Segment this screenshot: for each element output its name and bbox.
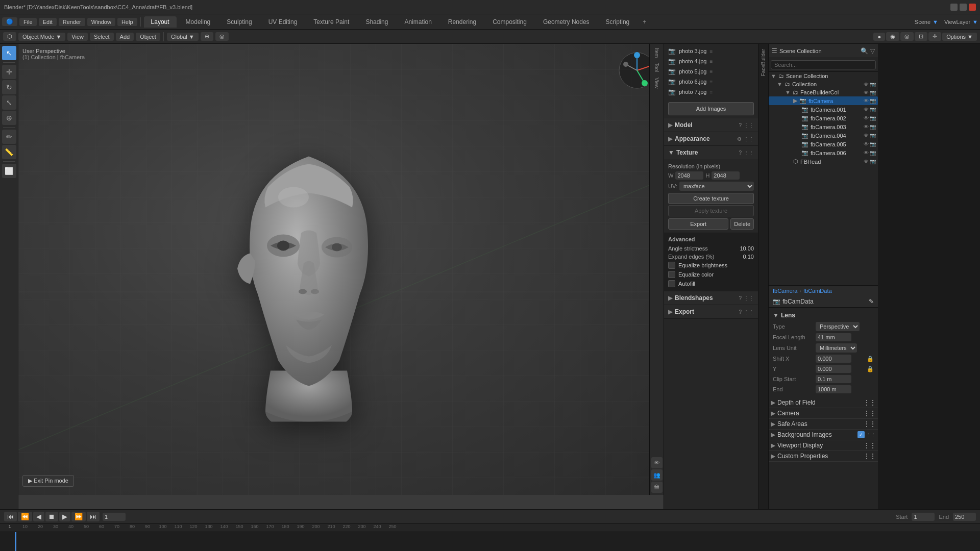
minimize-button[interactable] bbox=[950, 4, 958, 11]
fbcamera004-render[interactable]: 📷 bbox=[870, 133, 876, 138]
camera-item-photo5[interactable]: 📷 photo 5.jpg ≡ bbox=[664, 66, 758, 77]
camera-section-menu[interactable]: ⋮⋮ bbox=[864, 410, 876, 417]
safe-areas-section[interactable]: ▶ Safe Areas ⋮⋮ bbox=[769, 419, 878, 430]
close-button[interactable] bbox=[969, 4, 976, 11]
viewport-icon[interactable]: ⬡ bbox=[3, 32, 16, 41]
proportional-edit[interactable]: ◎ bbox=[215, 32, 229, 41]
end-frame-input[interactable] bbox=[953, 513, 976, 521]
object-menu[interactable]: Object bbox=[136, 33, 160, 41]
tree-fbcamera005[interactable]: 📷 fbCamera.005 👁 📷 bbox=[769, 140, 878, 148]
fbcamera002-vis[interactable]: 👁 bbox=[864, 115, 869, 121]
apply-texture-button[interactable]: Apply texture bbox=[668, 205, 754, 216]
uv-dropdown[interactable]: maxface bbox=[679, 182, 754, 191]
tab-uv-editing[interactable]: UV Editing bbox=[261, 16, 305, 28]
tree-fbcamera006[interactable]: 📷 fbCamera.006 👁 📷 bbox=[769, 148, 878, 157]
facebuildercol-vis-icon[interactable]: 👁 bbox=[864, 90, 869, 95]
outliner-filter-icon[interactable]: 🔍 bbox=[861, 47, 868, 55]
facebuildercol-arrow[interactable]: ▼ bbox=[785, 89, 791, 95]
tree-fbhead[interactable]: ⬡ FBHead 👁 📷 bbox=[769, 157, 878, 166]
shift-x-lock[interactable]: 🔒 bbox=[867, 356, 874, 362]
delete-button[interactable]: Delete bbox=[730, 218, 754, 230]
depth-of-field-section[interactable]: ▶ Depth of Field ⋮⋮ bbox=[769, 397, 878, 408]
tool-rotate[interactable]: ↻ bbox=[2, 80, 16, 94]
vp-display-menu[interactable]: ⋮⋮ bbox=[864, 442, 876, 449]
camera-section[interactable]: ▶ Camera ⋮⋮ bbox=[769, 408, 878, 419]
scene-collection-arrow[interactable]: ▼ bbox=[771, 73, 776, 79]
tab-shading[interactable]: Shading bbox=[358, 16, 395, 28]
view-icon-1[interactable]: 👁 bbox=[651, 457, 663, 468]
fbcamera005-render[interactable]: 📷 bbox=[870, 141, 876, 147]
tool-move[interactable]: ✛ bbox=[2, 65, 16, 79]
fbcamera006-render[interactable]: 📷 bbox=[870, 150, 876, 156]
tree-fbcamera001[interactable]: 📷 fbCamera.001 👁 📷 bbox=[769, 105, 878, 114]
viewport-shading-solid[interactable]: ● bbox=[873, 33, 885, 41]
view-icon-3[interactable]: 🏛 bbox=[651, 482, 663, 493]
camera-item-photo6[interactable]: 📷 photo 6.jpg ≡ bbox=[664, 77, 758, 87]
create-texture-button[interactable]: Create texture bbox=[668, 193, 754, 204]
collection-render-icon[interactable]: 📷 bbox=[870, 82, 876, 87]
play-reverse-button[interactable]: ◀ bbox=[33, 512, 44, 521]
viewport-options[interactable]: Options ▼ bbox=[942, 33, 977, 41]
play-pause-button[interactable]: ⏹ bbox=[45, 512, 58, 521]
dof-menu-icon[interactable]: ⋮⋮ bbox=[864, 399, 876, 406]
tree-collection[interactable]: ▼ 🗂 Collection 👁 📷 bbox=[769, 80, 878, 88]
collection-arrow[interactable]: ▼ bbox=[777, 81, 782, 87]
appearance-section-header[interactable]: ▶ Appearance ⚙ ⋮⋮ bbox=[664, 132, 758, 145]
fbcamera-arrow[interactable]: ▶ bbox=[793, 97, 797, 104]
export-button[interactable]: Export bbox=[668, 218, 728, 230]
tab-sculpting[interactable]: Sculpting bbox=[219, 16, 259, 28]
tab-rendering[interactable]: Rendering bbox=[441, 16, 483, 28]
model-help-icon[interactable]: ? bbox=[739, 122, 742, 128]
current-frame-input[interactable] bbox=[103, 513, 126, 521]
play-button[interactable]: ▶ bbox=[59, 512, 70, 521]
fbhead-vis[interactable]: 👁 bbox=[864, 159, 869, 164]
fbcamera001-render[interactable]: 📷 bbox=[870, 107, 876, 112]
snap-button[interactable]: ⊕ bbox=[201, 32, 213, 41]
bg-images-menu[interactable]: ⋮⋮ bbox=[866, 432, 876, 438]
fbcamera004-vis[interactable]: 👁 bbox=[864, 133, 869, 138]
width-input[interactable] bbox=[675, 171, 703, 180]
fbcamera003-render[interactable]: 📷 bbox=[870, 124, 876, 130]
camera-menu-photo5[interactable]: ≡ bbox=[709, 69, 713, 74]
model-section-header[interactable]: ▶ Model ? ⋮⋮ bbox=[664, 118, 758, 132]
tab-geometry-nodes[interactable]: Geometry Nodes bbox=[536, 16, 597, 28]
tool-add-cube[interactable]: ⬜ bbox=[2, 164, 16, 178]
lens-section-header[interactable]: ▼ Lens bbox=[773, 311, 874, 321]
fbcamera002-render[interactable]: 📷 bbox=[870, 115, 876, 121]
menu-edit[interactable]: Edit bbox=[39, 18, 57, 26]
export-section-header[interactable]: ▶ Export ? ⋮⋮ bbox=[664, 305, 758, 318]
tool-label[interactable]: Tool bbox=[654, 61, 659, 74]
item-label[interactable]: Item bbox=[654, 46, 659, 60]
camera-item-photo3[interactable]: 📷 photo 3.jpg ≡ bbox=[664, 46, 758, 56]
viewport-shading-material[interactable]: ◉ bbox=[886, 32, 899, 41]
select-menu[interactable]: Select bbox=[90, 33, 114, 41]
fbcamera005-vis[interactable]: 👁 bbox=[864, 141, 869, 147]
camdata-edit-icon[interactable]: ✎ bbox=[869, 298, 874, 305]
tree-scene-collection[interactable]: ▼ 🗂 Scene Collection bbox=[769, 72, 878, 80]
tree-fbcamera002[interactable]: 📷 fbCamera.002 👁 📷 bbox=[769, 114, 878, 122]
blendshapes-help-icon[interactable]: ? bbox=[739, 295, 742, 301]
menu-render[interactable]: Render bbox=[59, 18, 85, 26]
viewport-shading-rendered[interactable]: ◎ bbox=[900, 32, 914, 41]
fbcamera001-vis[interactable]: 👁 bbox=[864, 107, 869, 112]
shift-y-lock[interactable]: 🔒 bbox=[867, 366, 874, 372]
tool-transform[interactable]: ⊕ bbox=[2, 111, 16, 125]
camera-item-photo4[interactable]: 📷 photo 4.jpg ≡ bbox=[664, 56, 758, 66]
start-frame-input[interactable] bbox=[912, 513, 935, 521]
viewport-gizmo[interactable]: ✛ bbox=[928, 32, 941, 41]
tool-annotate[interactable]: ✏ bbox=[2, 130, 16, 144]
view-icon-2[interactable]: 👥 bbox=[651, 469, 663, 481]
bg-images-checkbox[interactable]: ✓ bbox=[857, 431, 865, 438]
texture-help-icon[interactable]: ? bbox=[739, 150, 742, 156]
equalize-color-checkbox[interactable] bbox=[668, 271, 675, 278]
blendshapes-header[interactable]: ▶ Blendshapes ? ⋮⋮ bbox=[664, 291, 758, 305]
export-help-icon[interactable]: ? bbox=[739, 309, 742, 315]
custom-props-menu[interactable]: ⋮⋮ bbox=[864, 453, 876, 460]
maximize-button[interactable] bbox=[960, 4, 967, 11]
add-images-button[interactable]: Add Images bbox=[668, 102, 754, 115]
global-local-toggle[interactable]: Global ▼ bbox=[167, 33, 199, 41]
export-menu-icon[interactable]: ⋮⋮ bbox=[744, 309, 754, 315]
lens-unit-dropdown[interactable]: Millimeters bbox=[816, 343, 857, 353]
focal-length-input[interactable] bbox=[816, 333, 851, 341]
step-forward-button[interactable]: ⏩ bbox=[71, 512, 86, 521]
